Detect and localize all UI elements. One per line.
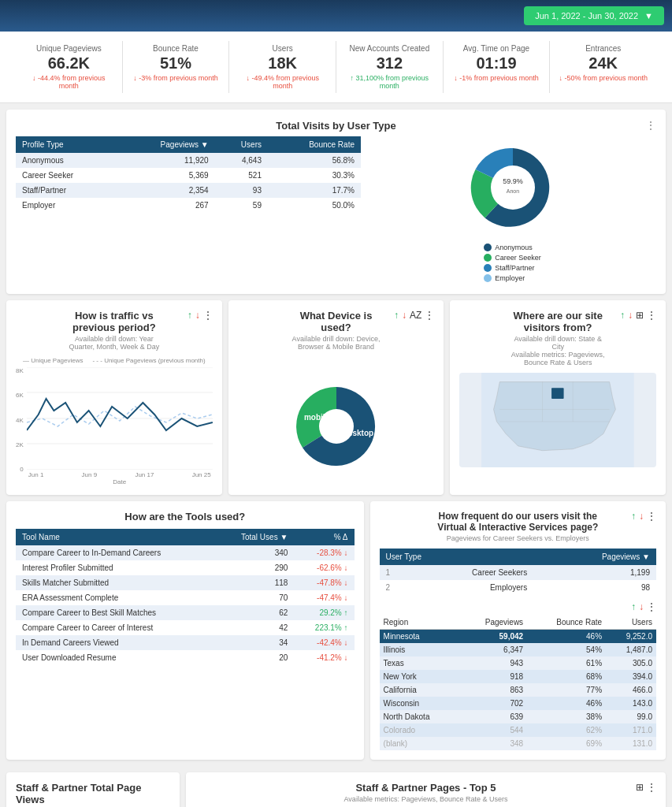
menu-icon[interactable]: ⋮ [647,601,656,612]
menu-icon[interactable]: ⋮ [425,310,434,321]
us-map [459,373,656,467]
chart-legend: Anonymous Career Seeker Staff/Partner Em… [484,244,541,284]
visits-table-wrap: Profile Type Pageviews ▼ Users Bounce Ra… [16,136,361,213]
tool-delta: -41.2% ↓ [294,650,354,665]
pageviews: 639 [459,710,527,723]
svg-text:desktop: desktop [343,429,373,437]
table-row: Staff/Partner 2,354 93 17.7% [16,183,361,198]
region: Wisconsin [380,697,460,710]
date-range-button[interactable]: Jun 1, 2022 - Jun 30, 2022 ▼ [524,6,664,25]
metric-label: Entrances [556,44,650,53]
table-row: ERA Assessment Complete 70 -47.4% ↓ [16,590,355,605]
profile-type: Employer [16,198,118,213]
legend-item-staff: Staff/Partner [484,264,541,272]
bounce-rate: 56.8% [268,153,361,168]
table-row: Minnesota 59,042 46% 9,252.0 [380,630,656,644]
pageviews: 5,369 [118,168,215,183]
legend-label: Staff/Partner [495,264,534,272]
metric-value: 01:19 [450,54,544,73]
bounce: 46% [527,697,606,710]
staff-pages-card: Staff & Partner Pages - Top 5 Available … [186,772,666,807]
region: Texas [380,656,460,670]
users: 9,252.0 [606,630,656,644]
profile-type: Career Seeker [16,168,118,183]
table-row: Illinois 6,347 54% 1,487.0 [380,643,656,656]
visitors-subtitle: Available drill down: State & City Avail… [509,335,607,366]
metric-unique-pageviews: Unique Pageviews 66.2K ↓ -44.4% from pre… [16,41,123,93]
sort-asc-icon[interactable]: ↑ [631,601,636,612]
total-visits-title: Total Visits by User Type [176,120,496,132]
sort-desc-icon[interactable]: ↓ [639,601,644,612]
table-row: Employer 267 59 50.0% [16,198,361,213]
three-col-row: How is traffic vs previous period? Avail… [6,300,666,495]
region: Colorado [380,723,460,737]
table-row: California 863 77% 466.0 [380,683,656,697]
tool-uses: 70 [216,590,295,605]
tool-name: ERA Assessment Complete [16,590,216,605]
col-pageviews: Pageviews [459,615,527,630]
sort-desc-icon[interactable]: ↓ [628,310,633,321]
staff-pages-subtitle: Available metrics: Pageviews, Bounce Rat… [310,795,541,803]
sort-asc-icon[interactable]: ↑ [620,310,625,321]
metric-value: 51% [129,54,223,73]
table-row: Anonymous 11,920 4,643 56.8% [16,153,361,168]
menu-icon[interactable]: ⋮ [647,782,656,793]
region: Minnesota [380,630,460,644]
sort-asc-icon[interactable]: ↑ [394,310,399,321]
virtual-subtitle: Pageviews for Career Seekers vs. Employe… [435,534,601,542]
tool-name: Compare Career to In-Demand Careers [16,545,216,560]
header-bar: Jun 1, 2022 - Jun 30, 2022 ▼ [0,0,672,32]
tool-name: Compare Career to Career of Interest [16,620,216,635]
tool-uses: 20 [216,650,295,665]
tool-delta: -47.4% ↓ [294,590,354,605]
sort-desc-icon[interactable]: ↓ [195,310,200,321]
metric-change: ↓ -1% from previous month [450,74,544,82]
bounce-rate: 30.3% [268,168,361,183]
traffic-title: How is traffic vs previous period? [65,310,163,333]
line-chart [27,367,213,470]
table-row: 1 Career Seekers 1,199 [380,565,656,580]
az-icon[interactable]: AZ [410,310,421,321]
sort-desc-icon[interactable]: ↓ [639,511,644,522]
visitors-card: Where are our site visitors from? Availa… [450,300,666,495]
svg-text:59.9%: 59.9% [503,177,523,185]
tool-name: Skills Matcher Submitted [16,575,216,590]
table-row: New York 918 68% 394.0 [380,670,656,683]
metric-entrances: Entrances 24K ↓ -50% from previous month [550,41,656,93]
users: 521 [215,168,268,183]
users: 394.0 [606,670,656,683]
donut-chart: 59.9% Anon [462,136,564,239]
svg-text:mobile: mobile [303,413,329,422]
metric-label: Users [236,44,329,53]
pageviews: 267 [118,198,215,213]
x-axis-label: Date [27,478,213,485]
table-row: Wisconsin 702 46% 143.0 [380,697,656,710]
traffic-subtitle: Available drill down: Year Quarter, Mont… [65,335,163,351]
profile-type: Staff/Partner [16,183,118,198]
export-icon[interactable]: ⊞ [636,310,644,321]
sort-asc-icon[interactable]: ↑ [187,310,192,321]
y-tick: 6K [16,392,24,399]
region: New York [380,670,460,683]
export-icon[interactable]: ⊞ [636,782,644,793]
legend-dot [484,254,492,262]
tool-uses: 42 [216,620,295,635]
bounce: 54% [527,643,606,656]
tool-delta: -47.8% ↓ [294,575,354,590]
region: North Dakota [380,710,460,723]
menu-icon[interactable]: ⋮ [645,119,656,132]
col-users: Users [215,136,268,153]
menu-icon[interactable]: ⋮ [647,511,656,522]
sort-desc-icon[interactable]: ↓ [402,310,407,321]
y-tick: 4K [16,417,24,424]
row-num: 2 [380,580,397,595]
sort-asc-icon[interactable]: ↑ [631,511,636,522]
virtual-card: How frequent do our users visit the Virt… [370,501,666,760]
svg-point-0 [491,165,535,210]
main-content: Total Visits by User Type ⋮ Profile Type… [0,103,672,807]
menu-icon[interactable]: ⋮ [647,310,656,321]
col-bounce: Bounce Rate [527,615,606,630]
menu-icon[interactable]: ⋮ [203,310,213,321]
pageviews: 11,920 [118,153,215,168]
legend-label: Employer [495,274,525,282]
